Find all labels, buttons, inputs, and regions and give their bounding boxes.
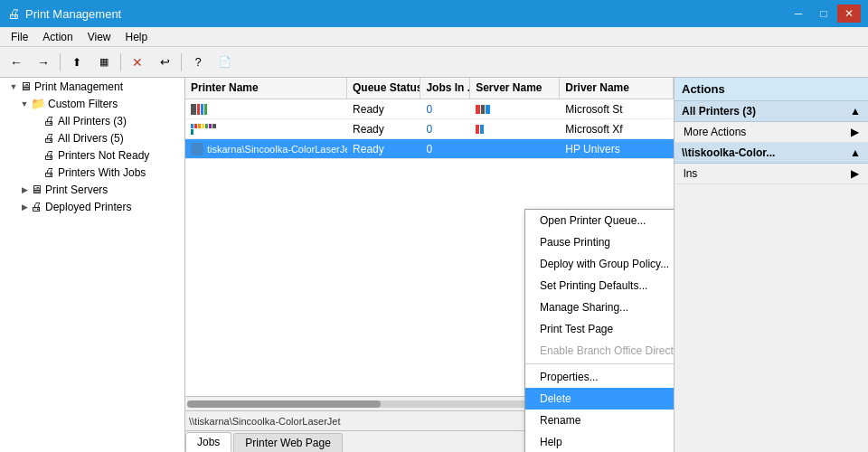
maximize-button[interactable]: □ (812, 5, 835, 23)
cell-printer-2 (185, 122, 347, 137)
col-printer-name[interactable]: Printer Name (185, 78, 347, 99)
delete-button[interactable]: ✕ (125, 51, 150, 74)
sidebar-print-servers[interactable]: ▶ 🖥 Print Servers (0, 181, 184, 198)
tab-jobs[interactable]: Jobs (185, 432, 231, 452)
cell-printer-3: tiskarna\Sincoolka-ColorLaserJet (185, 141, 347, 157)
cell-queue-3: Ready (347, 141, 420, 157)
col-driver-name[interactable]: Driver Name (560, 78, 674, 99)
ctx-pause-printing[interactable]: Pause Printing (525, 231, 674, 253)
custom-filters-toggle[interactable]: ▼ (18, 99, 31, 108)
root-toggle[interactable]: ▼ (7, 82, 20, 91)
ctx-print-test-page[interactable]: Print Test Page (525, 318, 674, 340)
all-drivers-toggle (31, 134, 43, 143)
all-printers-label: All Printers (3) (58, 115, 127, 127)
all-printers-icon: 🖨 (43, 114, 55, 127)
actions-section-printer-label: \\tiskoolka-Color... (682, 146, 775, 159)
cell-driver-1: Microsoft St (560, 101, 674, 118)
actions-section-all-printers[interactable]: All Printers (3) ▲ (675, 101, 868, 122)
table-row[interactable]: Ready 0 Microsoft St (185, 99, 674, 119)
actions-more-actions[interactable]: More Actions ▶ (675, 122, 868, 143)
deployed-printers-toggle[interactable]: ▶ (18, 202, 31, 212)
printer-name-1 (214, 104, 217, 115)
menu-action[interactable]: Action (35, 29, 80, 45)
toolbar-sep-3 (181, 53, 182, 71)
print-servers-icon: 🖥 (31, 183, 42, 196)
ctx-help[interactable]: Help (525, 431, 674, 452)
up-button[interactable]: ⬆ (64, 51, 90, 74)
forward-button[interactable]: → (31, 51, 56, 74)
root-icon: 🖥 (20, 80, 32, 93)
actions-header: Actions (675, 78, 868, 101)
col-jobs-in[interactable]: Jobs In ... (420, 78, 470, 99)
menu-file[interactable]: File (4, 29, 35, 45)
status-text: \\tiskarna\Sincoolka-ColorLaserJet (189, 416, 341, 427)
table-row[interactable]: tiskarna\Sincoolka-ColorLaserJet Ready 0… (185, 139, 674, 159)
printers-not-ready-toggle (31, 151, 43, 160)
properties-button[interactable]: 📄 (212, 51, 238, 74)
col-queue-status[interactable]: Queue Status (347, 78, 420, 99)
actions-section-printer-arrow: ▲ (850, 146, 861, 159)
sidebar-custom-filters[interactable]: ▼ 📁 Custom Filters (0, 95, 184, 112)
ctx-delete[interactable]: Delete (525, 388, 674, 410)
back-button[interactable]: ← (4, 51, 29, 74)
menu-help[interactable]: Help (118, 29, 156, 45)
deployed-printers-label: Deployed Printers (45, 201, 131, 213)
all-printers-toggle (31, 117, 43, 126)
cell-server-2 (470, 123, 560, 136)
help-button[interactable]: ? (185, 51, 211, 74)
actions-printer-item[interactable]: lns ▶ (675, 164, 868, 184)
printer-icon-3 (191, 143, 203, 155)
ctx-properties[interactable]: Properties... (525, 366, 674, 388)
cell-driver-2: Microsoft Xf (560, 121, 674, 137)
cell-queue-1: Ready (347, 101, 420, 118)
sidebar-root[interactable]: ▼ 🖥 Print Management (0, 78, 184, 95)
toolbar-sep-1 (60, 53, 61, 71)
view-button[interactable]: ▦ (91, 51, 117, 74)
context-menu: Open Printer Queue... Pause Printing Dep… (524, 209, 674, 452)
printers-with-jobs-label: Printers With Jobs (58, 166, 146, 179)
col-server-name[interactable]: Server Name (470, 78, 560, 99)
sidebar-all-drivers[interactable]: 🖨 All Drivers (5) (0, 129, 184, 146)
sidebar-deployed-printers[interactable]: ▶ 🖨 Deployed Printers (0, 198, 184, 215)
cell-jobs-3: 0 (420, 141, 470, 157)
actions-panel: Actions All Printers (3) ▲ More Actions … (674, 78, 868, 452)
actions-printer-item-arrow: ▶ (851, 167, 859, 180)
cs-blue (201, 104, 203, 115)
cell-server-3 (470, 147, 560, 151)
content-area: Printer Name Queue Status Jobs In ... Se… (185, 78, 674, 452)
ctx-set-defaults[interactable]: Set Printing Defaults... (525, 275, 674, 297)
server-strip-1 (476, 105, 554, 114)
ctx-rename[interactable]: Rename (525, 410, 674, 431)
tab-printer-web-page[interactable]: Printer Web Page (233, 433, 343, 452)
menu-view[interactable]: View (80, 29, 118, 45)
sidebar-all-printers[interactable]: 🖨 All Printers (3) (0, 112, 184, 129)
ctx-enable-branch-office: Enable Branch Office Direct Printing (525, 340, 674, 362)
cs2-b (191, 124, 193, 129)
cell-jobs-1: 0 (420, 101, 470, 118)
sidebar-printers-with-jobs[interactable]: 🖨 Printers With Jobs (0, 164, 184, 181)
minimize-button[interactable]: ─ (787, 5, 810, 23)
toolbar: ← → ⬆ ▦ ✕ ↩ ? 📄 (0, 47, 868, 78)
cs-dark (191, 104, 196, 115)
cs2-r (194, 124, 197, 129)
table-header: Printer Name Queue Status Jobs In ... Se… (185, 78, 674, 99)
close-button[interactable]: ✕ (837, 5, 861, 23)
deployed-printers-icon: 🖨 (31, 200, 42, 213)
actions-section-printer[interactable]: \\tiskoolka-Color... ▲ (675, 143, 868, 164)
cs2-c (191, 129, 193, 135)
cell-printer-1 (185, 102, 347, 117)
refresh-button[interactable]: ↩ (152, 51, 177, 74)
hscroll-thumb[interactable] (187, 400, 381, 408)
actions-section-all-printers-label: All Printers (3) (682, 105, 756, 118)
ctx-manage-sharing[interactable]: Manage Sharing... (525, 297, 674, 318)
main-area: ▼ 🖥 Print Management ▼ 📁 Custom Filters … (0, 78, 868, 452)
print-servers-toggle[interactable]: ▶ (18, 185, 31, 194)
table-row[interactable]: Ready 0 Microsoft Xf (185, 119, 674, 139)
cs-green (204, 104, 207, 115)
cs2-o (198, 124, 201, 129)
srv2-r (476, 125, 479, 134)
sidebar-printers-not-ready[interactable]: 🖨 Printers Not Ready (0, 146, 184, 164)
actions-more-actions-label: More Actions (684, 126, 746, 138)
ctx-deploy-group-policy[interactable]: Deploy with Group Policy... (525, 253, 674, 275)
ctx-open-queue[interactable]: Open Printer Queue... (525, 210, 674, 231)
